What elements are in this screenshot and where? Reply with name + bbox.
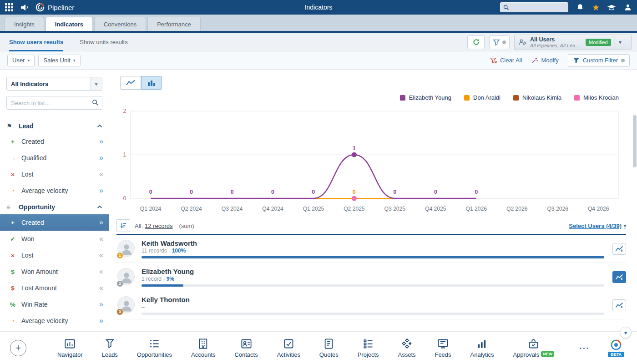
sidebar-item-lead-qualified[interactable]: →Qualified» xyxy=(0,150,109,166)
fast-forward-icon[interactable]: » xyxy=(99,219,103,226)
scrollbar-thumb[interactable] xyxy=(633,115,637,167)
sidebar-item-label: Lost xyxy=(21,171,99,178)
sidebar-item-lead-lost[interactable]: ×Lost« xyxy=(0,166,109,182)
rewind-icon[interactable]: « xyxy=(99,235,103,243)
user-row-kelly-thornton[interactable]: 3Kelly Thornton– xyxy=(116,291,626,319)
sidebar-item-opportunity-won-amount[interactable]: $Won Amount« xyxy=(0,263,109,280)
filter-button[interactable] xyxy=(489,35,510,49)
fast-forward-icon[interactable]: » xyxy=(99,317,103,324)
rewind-icon[interactable]: « xyxy=(99,284,103,292)
fast-forward-icon[interactable]: » xyxy=(99,138,103,145)
learning-cap-icon[interactable] xyxy=(607,3,616,12)
approvals-icon xyxy=(527,338,540,350)
nav-item-pipeliner-ai[interactable]: BETA xyxy=(608,339,624,357)
sidebar-item-opportunity-lost-amount[interactable]: $Lost Amount« xyxy=(0,280,109,296)
nav-item-analytics[interactable]: Analytics xyxy=(470,338,494,358)
sidebar-item-label: Created xyxy=(21,138,99,145)
fast-forward-icon[interactable]: » xyxy=(99,187,103,194)
toggle-user-on-chart-button[interactable] xyxy=(612,271,626,283)
sidebar-item-opportunity-won[interactable]: ✓Won« xyxy=(0,231,109,247)
legend-item-nikolaus-kimla[interactable]: Nikolaus Kimla xyxy=(513,94,561,101)
favorites-star-icon[interactable]: ★ xyxy=(592,3,600,12)
target-profile-selector[interactable]: All Users All Pipelines, All Lea… Modifi… xyxy=(514,35,632,50)
nav-item-projects[interactable]: Projects xyxy=(358,338,379,358)
leads-icon xyxy=(104,338,116,350)
legend-item-milos-krocian[interactable]: Milos Krocian xyxy=(574,94,619,101)
records-count-link[interactable]: 12 records xyxy=(145,222,172,229)
clear-all-button[interactable]: Clear All xyxy=(490,57,522,64)
sidebar-item-opportunity-win-rate[interactable]: %Win Rate» xyxy=(0,296,109,313)
megaphone-icon[interactable] xyxy=(20,3,29,12)
svg-text:0: 0 xyxy=(434,189,437,195)
toggle-user-on-chart-button[interactable] xyxy=(612,243,626,255)
nav-item-approvals[interactable]: ApprovalsNEW xyxy=(513,338,554,358)
bar-chart-toggle[interactable] xyxy=(141,76,162,90)
sidebar-search-input[interactable] xyxy=(6,96,102,110)
tab-indicators[interactable]: Indicators xyxy=(46,17,93,31)
fast-forward-icon[interactable]: » xyxy=(99,301,103,308)
user-row-elizabeth-young[interactable]: 2Elizabeth Young1 record - 9% xyxy=(116,263,626,291)
legend-swatch xyxy=(400,95,405,101)
lead-qualified-icon: → xyxy=(8,155,17,162)
chevron-down-icon[interactable]: ▾ xyxy=(615,35,626,50)
sidebar-item-opportunity-average-velocity[interactable]: ◔Average velocity» xyxy=(0,313,109,329)
collapse-bottombar-button[interactable]: ▾ xyxy=(620,327,632,339)
user-name: Keith Wadsworth xyxy=(142,239,604,247)
app-grid-icon[interactable] xyxy=(5,3,14,12)
sidebar-item-lead-average-velocity[interactable]: ◔Average velocity» xyxy=(0,182,109,199)
tab-performance[interactable]: Performance xyxy=(147,17,200,31)
vertical-scrollbar[interactable] xyxy=(633,72,637,328)
sidebar-item-lead-created[interactable]: +Created» xyxy=(0,133,109,150)
global-search[interactable] xyxy=(500,2,568,12)
projects-icon xyxy=(362,338,374,350)
rank-badge: 1 xyxy=(116,252,123,259)
indicator-type-select[interactable]: All Indicators ▾ xyxy=(6,77,102,91)
tab-show-units-results[interactable]: Show units results xyxy=(80,33,128,51)
sales-unit-filter-button[interactable]: Sales Unit▾ xyxy=(38,55,80,66)
legend-swatch xyxy=(574,95,580,101)
select-users-link[interactable]: Select Users (4/39) ▾ xyxy=(569,222,626,229)
fast-forward-icon[interactable]: » xyxy=(99,154,103,162)
lost-icon: × xyxy=(8,171,17,178)
nav-item-contacts[interactable]: Contacts xyxy=(234,338,258,358)
toggle-user-on-chart-button[interactable] xyxy=(612,299,626,311)
legend-item-elizabeth-young[interactable]: Elizabeth Young xyxy=(400,94,451,101)
records-suffix: (sum) xyxy=(179,222,194,229)
nav-item-navigator[interactable]: Navigator xyxy=(57,338,83,358)
tab-show-users-results[interactable]: Show users results xyxy=(9,33,63,51)
sidebar-item-opportunity-created[interactable]: +Created» xyxy=(0,214,109,231)
more-menu-button[interactable]: ⋯ xyxy=(579,342,590,354)
user-avatar-icon[interactable] xyxy=(623,3,632,12)
refresh-button[interactable] xyxy=(467,35,485,49)
user-filter-button[interactable]: User▾ xyxy=(7,55,35,66)
nav-item-quotes[interactable]: Quotes xyxy=(319,338,339,358)
tab-conversions[interactable]: Conversions xyxy=(94,17,146,31)
main-tabs: Insights Indicators Conversions Performa… xyxy=(0,15,637,31)
sidebar-item-opportunity-lost[interactable]: ×Lost« xyxy=(0,247,109,263)
sidebar-section-lead[interactable]: ⚑Lead xyxy=(0,118,109,133)
sort-button[interactable] xyxy=(116,219,130,232)
opp-created-icon: + xyxy=(8,219,17,226)
user-row-keith-wadsworth[interactable]: 1Keith Wadsworth11 records - 100% xyxy=(116,235,626,263)
nav-item-accounts[interactable]: Accounts xyxy=(191,338,215,358)
nav-item-opportunities[interactable]: Opportunities xyxy=(137,338,172,358)
modify-button[interactable]: Modify xyxy=(531,57,558,64)
rewind-icon[interactable]: « xyxy=(99,171,103,178)
custom-filter-button[interactable]: Custom Filter xyxy=(568,54,630,67)
collapse-chevron-icon xyxy=(97,205,102,209)
nav-item-activities[interactable]: Activities xyxy=(277,338,300,358)
rewind-icon[interactable]: « xyxy=(99,268,103,275)
nav-item-assets[interactable]: Assets xyxy=(398,338,416,358)
legend-item-don-araldi[interactable]: Don Araldi xyxy=(464,94,500,101)
nav-item-feeds[interactable]: Feeds xyxy=(435,338,451,358)
tab-insights[interactable]: Insights xyxy=(5,17,44,31)
sidebar-section-opportunity[interactable]: ≡Opportunity xyxy=(0,199,109,214)
notifications-bell-icon[interactable] xyxy=(576,3,585,12)
line-chart-toggle[interactable] xyxy=(120,76,141,90)
add-new-button[interactable]: + xyxy=(10,340,26,356)
search-icon xyxy=(503,5,509,10)
global-search-input[interactable] xyxy=(509,4,564,10)
rank-badge: 3 xyxy=(116,308,123,315)
rewind-icon[interactable]: « xyxy=(99,252,103,259)
nav-item-leads[interactable]: Leads xyxy=(101,338,117,358)
